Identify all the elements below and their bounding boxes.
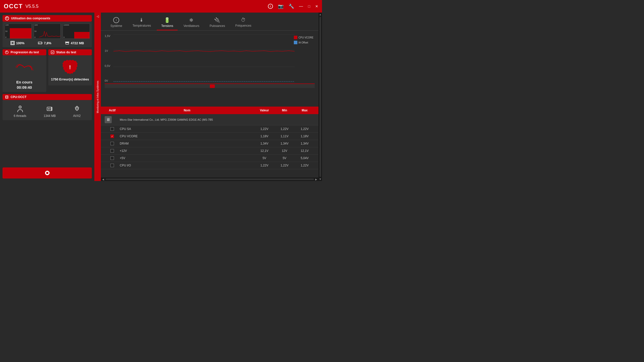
threads-stat: 6 threads [14,105,26,118]
manufacturer-row: 🖥 Micro-Star International Co., Ltd. MPG… [101,114,318,125]
threads-icon [16,105,24,113]
svg-rect-8 [65,42,69,42]
tab-frequences[interactable]: ⏱ Fréquences [231,15,256,30]
tab-ventilateurs[interactable]: ❄ Ventilateurs [179,15,204,30]
vram-value: 4722 MB [65,41,84,45]
error-count: 1750 Erreur(s) détectées [51,77,89,81]
cpu-chart: 100500 [5,24,32,39]
vcore-legend-label: CPU VCORE [299,36,313,39]
wrench-icon[interactable]: 🔧 [289,4,294,9]
cpu-card: 6 threads 1344 MB [3,100,92,120]
tab-systeme[interactable]: i Système [106,15,127,30]
titlebar: OCCT V5.5.5 i 📷 🔧 — □ ✕ [0,0,322,13]
checkbox-cpu-sa[interactable] [110,127,114,131]
value-5v: 5V [254,156,274,160]
checkbox-5v[interactable] [110,156,114,160]
chart-svg [113,33,295,83]
scroll-down-arrow[interactable]: ▼ [319,178,321,180]
titlebar-left: OCCT V5.5.5 [4,3,38,10]
cpu-title: CPU:OCCT [11,95,26,99]
info-icon[interactable]: i [268,4,273,9]
app-version: V5.5.5 [25,4,38,9]
progress-title: Progression du test [11,51,39,54]
vcore-legend: CPU VCORE [294,36,313,39]
table-row: DRAM 1,34V 1,34V 1,34V [101,140,318,147]
nav-tabs: i Système 🌡 Températures 🔋 Tensions ❄ Ve… [101,13,318,31]
ram-icon [38,41,43,45]
max-5v: 5,04V [295,156,315,160]
col-min: Min [274,109,295,112]
table-row: CPU I/O 1,22V 1,22V 1,22V [101,162,318,169]
maximize-button[interactable]: □ [308,4,310,8]
stop-icon [45,171,50,175]
threads-label: 6 threads [14,114,26,118]
scrollbar-thumb[interactable] [210,84,215,88]
cpu-section-wrapper: CPU:OCCT 6 threads [3,94,92,120]
temperatures-tab-icon: 🌡 [139,17,144,23]
name-dram: DRAM [120,142,254,145]
svg-rect-4 [42,42,42,44]
max-dram: 1,34V [295,142,315,145]
svg-rect-13 [6,96,8,98]
scroll-track[interactable] [105,178,314,180]
ram-chart-labels: 100500 [34,24,38,38]
name-cpu-vcore: CPU VCORE [120,134,254,138]
usage-section: Utilisation des composants 100500 100500 [3,15,92,47]
app-logo: OCCT [4,3,23,10]
usage-title: Utilisation des composants [11,17,50,20]
stop-button[interactable] [3,167,92,178]
minimize-button[interactable]: — [299,4,303,9]
checkbox-cpu-io[interactable] [110,164,114,167]
svg-rect-17 [48,108,49,110]
tensions-tab-label: Tensions [161,24,173,28]
col-actif: Actif [105,109,120,112]
usage-section-header: Utilisation des composants [3,15,92,22]
max-12v: 12,1V [295,149,315,153]
chart-legend: CPU VCORE IA Offset [294,36,313,44]
table-row: CPU VCORE 1,18V 1,11V 1,18V [101,133,318,140]
chart-horizontal-scrollbar[interactable] [105,83,315,88]
progress-header: Progression du test [3,49,46,55]
progress-status-row: Progression du test En cours 00:09:40 [3,49,92,92]
data-table: Actif Nom Valeur Min Max 🖥 Micro-Star In… [101,107,318,176]
side-tab[interactable]: ◁ Monitoring et Infos Systèmes [94,13,101,181]
chart-area: 1,5V 1V 0,5V 0V [101,31,318,105]
camera-icon[interactable]: 📷 [278,4,284,9]
svg-rect-19 [51,107,52,111]
scroll-right-arrow[interactable]: ▶ [315,178,317,181]
tensions-tab-icon: 🔋 [164,17,170,23]
ram-chart: 100500 [34,24,61,39]
table-body: 🖥 Micro-Star International Co., Ltd. MPG… [101,114,318,169]
checkbox-dram[interactable] [110,142,114,145]
min-cpu-vcore: 1,11V [274,134,295,138]
name-cpu-io: CPU I/O [120,164,254,167]
puissances-tab-icon: 🔌 [214,17,220,23]
ventilateurs-tab-icon: ❄ [189,17,193,23]
name-12v: +12V [120,149,254,153]
status-section-wrapper: Status du test ! 1750 Erreur(s) détectée… [48,49,92,92]
avx-stat: AVX2 [73,105,81,118]
right-scrollbar: ▲ ▼ [318,13,322,181]
usage-values: 100% 7,8% 4722 MB [5,41,90,45]
collapse-arrow[interactable]: ◁ [97,15,99,18]
memory-stat: 1344 MB [44,105,56,118]
checkbox-12v[interactable] [110,149,114,153]
max-cpu-sa: 1,22V [295,127,315,131]
max-cpu-io: 1,22V [295,164,315,167]
vscroll-track[interactable] [319,17,321,177]
tab-puissances[interactable]: 🔌 Puissances [205,15,229,30]
scroll-up-arrow[interactable]: ▲ [319,13,321,16]
tab-tensions[interactable]: 🔋 Tensions [157,15,178,30]
value-cpu-vcore: 1,18V [254,134,274,138]
checkbox-cpu-vcore[interactable] [110,134,114,138]
main-container: Utilisation des composants 100500 100500 [0,13,322,181]
progress-section-wrapper: Progression du test En cours 00:09:40 [3,49,46,92]
scroll-left-arrow[interactable]: ◀ [102,178,104,181]
radar-animation [14,57,34,77]
value-dram: 1,34V [254,142,274,145]
min-5v: 5V [274,156,295,160]
value-cpu-sa: 1,22V [254,127,274,131]
frequences-tab-icon: ⏱ [241,17,246,23]
close-button[interactable]: ✕ [315,4,318,8]
tab-temperatures[interactable]: 🌡 Températures [128,15,155,30]
